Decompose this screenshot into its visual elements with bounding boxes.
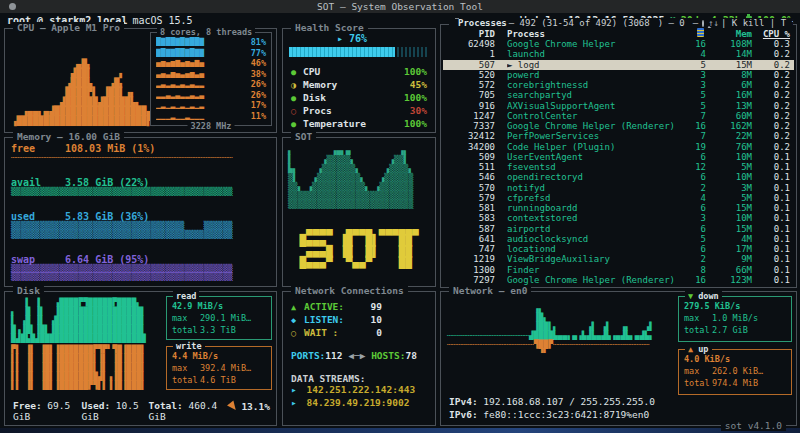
processes-hotkeys: | K kill | T t (721, 18, 793, 28)
sot-ascii-logo: ▄▄▄▄ ▄▄▄▄ ▄▄▄▄▄▄ █▄▄▄ ▐█ █▌ ██ ▄▄▄█ ▐█ █… (299, 224, 418, 268)
connection-state-row: ▲ ACTIVE: 99 (291, 300, 427, 313)
cpu-cores-box: 8 cores, 8 threads █▇██▇█▇██▇ 81% ▇█▇▇██… (150, 32, 272, 126)
process-cpu: 0.2 (752, 80, 794, 90)
process-pid: 705 (443, 90, 495, 100)
process-row[interactable]: 587 airportd 6 15M 0.1 (443, 224, 794, 234)
process-threads: 19 (678, 142, 706, 152)
process-threads: 6 (678, 244, 706, 254)
process-pid: 32412 (443, 131, 495, 141)
ipv6-value: fe80::1ccc:3c23:6421:8719%en0 (483, 409, 649, 420)
process-row[interactable]: 705 searchpartyd 5 16M 0.2 (443, 90, 794, 100)
cpu-core-percent: 81% (240, 37, 266, 47)
data-stream-row: ▸ 84.239.49.219:9002 (291, 397, 427, 410)
process-row[interactable]: 1219 ViewBridgeAuxiliary 2 9M 0.1 (443, 254, 794, 264)
process-row[interactable]: 34200 Code Helper (Plugin) 19 76M 0.2 (443, 142, 794, 152)
process-mem: 13M (706, 101, 752, 111)
window-control-button[interactable] (9, 3, 16, 10)
health-metric-bullet-icon: ● (291, 67, 303, 77)
process-name: audioclocksyncd (507, 234, 678, 244)
process-row[interactable]: 62498 Google Chrome Helper 16 108M 0.3 (443, 39, 794, 49)
process-row[interactable]: 32412 PerfPowerServices 7 22M 0.2 (443, 131, 794, 141)
process-row[interactable]: 747 locationd 6 17M 0.1 (443, 244, 794, 254)
process-name: Google Chrome Helper (Renderer) (507, 275, 678, 285)
health-metric-row: ○ Procs 30% (291, 104, 427, 117)
process-row[interactable]: 520 powerd 3 8M 0.2 (443, 70, 794, 80)
process-mem: 14M (706, 49, 752, 59)
sot-panel-title: SOT (291, 131, 316, 142)
process-mem: 6M (706, 80, 752, 90)
column-mem[interactable]: Mem (706, 29, 752, 39)
process-threads: 5 (678, 90, 706, 100)
app-version: sot v4.1.0 (721, 420, 786, 431)
process-pid: 7297 (443, 275, 495, 285)
process-cpu: 0.1 (752, 234, 794, 244)
health-metric-bullet-icon: ◑ (291, 80, 303, 90)
process-threads: 16 (678, 275, 706, 285)
network-up-max-label: max (684, 365, 712, 377)
health-metric-bullet-icon: ● (291, 93, 303, 103)
column-cpu[interactable]: CPU % (752, 29, 794, 39)
process-mem: 5M (706, 162, 752, 172)
health-panel-title: Health Score (291, 22, 368, 33)
process-row[interactable]: 572 corebrightnessd 3 6M 0.2 (443, 80, 794, 90)
process-row[interactable]: 1 launchd 4 14M 0.2 (443, 49, 794, 59)
process-pid: 641 (443, 234, 495, 244)
process-cpu: 0.3 (752, 39, 794, 49)
health-metric-bullet-icon: ○ (291, 106, 303, 116)
connection-state-row: ○ WAIT : 0 (291, 326, 427, 339)
window-titlebar[interactable]: SOT — System Observation Tool (0, 0, 800, 13)
cpu-panel: CPU — Apple M1 Pro ▄█▖ ▟██▌ ▖ ▗███▙ ▗█▖ … (4, 28, 277, 133)
ip-addresses: IPv4: 192.168.68.107 / 255.255.255.0 IPv… (449, 395, 655, 421)
process-row[interactable]: 570 notifyd 2 3M 0.1 (443, 183, 794, 193)
process-row[interactable]: 581 runningboardd 6 15M 0.1 (443, 203, 794, 213)
process-row[interactable]: 641 audioclocksyncd 5 4M 0.1 (443, 234, 794, 244)
process-table-header[interactable]: PID Process Mem CPU % (443, 28, 794, 39)
process-mem: 123M (706, 275, 752, 285)
process-pid: 546 (443, 172, 495, 182)
column-process[interactable]: Process (507, 29, 678, 39)
process-mem: 10M (706, 172, 752, 182)
process-table: PID Process Mem CPU % 62498 Google Chrom… (443, 28, 794, 285)
connection-state-label: LISTEN: (304, 314, 360, 325)
disk-used-label: Used: (82, 400, 111, 411)
process-row[interactable]: 507 ► logd 5 15M 0.2 (443, 60, 794, 70)
process-cpu: 0.2 (752, 70, 794, 80)
process-threads: 8 (678, 265, 706, 275)
health-metric-name: Temperature (303, 118, 404, 129)
disk-free-unit: GiB (13, 411, 82, 422)
process-row[interactable]: 7337 Google Chrome Helper (Renderer) 16 … (443, 121, 794, 131)
column-pid[interactable]: PID (443, 29, 495, 39)
process-row[interactable]: 7297 Google Chrome Helper (Renderer) 16 … (443, 275, 794, 285)
process-pid: 581 (443, 203, 495, 213)
process-threads: 3 (678, 213, 706, 223)
process-mem: 3M (706, 183, 752, 193)
disk-usage-percent: 13.1% (241, 401, 270, 412)
process-cpu: 0.2 (752, 49, 794, 59)
process-row[interactable]: 583 contextstored 3 10M 0.1 (443, 213, 794, 223)
process-cpu: 0.1 (752, 203, 794, 213)
process-cpu: 0.1 (752, 172, 794, 182)
disk-total-label: Total: (148, 400, 182, 411)
network-down-total-label: total (684, 324, 712, 336)
process-threads: 3 (678, 70, 706, 80)
process-mem: 4M (706, 234, 752, 244)
cpu-core-bar: ▇█▇▇██▇█▇▇ (156, 48, 240, 58)
processes-summary-2: ) — 0 (658, 18, 685, 28)
search-icon[interactable] (702, 20, 704, 27)
process-cpu: 0.2 (752, 121, 794, 131)
process-row[interactable]: 546 opendirectoryd 6 10M 0.1 (443, 172, 794, 182)
process-row[interactable]: 916 AXVisualSupportAgent 5 13M 0.2 (443, 101, 794, 111)
process-row[interactable]: 579 cfprefsd 4 5M 0.1 (443, 193, 794, 203)
process-row[interactable]: 1247 ControlCenter 7 60M 0.2 (443, 111, 794, 121)
cpu-core-bar: ▄▅▄▅▆▄▅▄▆▄ (156, 58, 240, 68)
process-row[interactable]: 1300 Finder 8 66M 0.1 (443, 265, 794, 275)
memory-section: free 108.03 MiB (1%) ┄┄┄┄┄┄┄┄┄┄┄┄┄┄┄┄┄┄┄… (11, 143, 270, 163)
process-row[interactable]: 511 fseventsd 12 5M 0.1 (443, 162, 794, 172)
disk-footer: Free: 69.5 GiB Used: 10.5 GiB Total: 460… (13, 400, 270, 422)
process-row[interactable]: 509 UserEventAgent 6 10M 0.1 (443, 152, 794, 162)
process-threads: 6 (678, 203, 706, 213)
process-name: powerd (507, 70, 678, 80)
process-pid: 62498 (443, 39, 495, 49)
cpu-core-row: ▁▂▁▂▁▂▁▂▁▂ 17% (156, 100, 266, 110)
process-name: UserEventAgent (507, 152, 678, 162)
